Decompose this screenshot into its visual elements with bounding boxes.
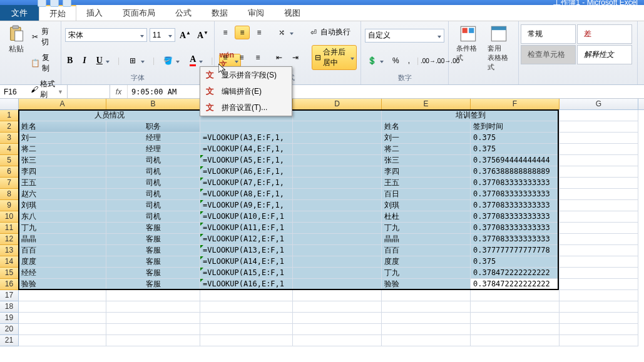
align-center-button[interactable]: ≡ <box>235 51 248 64</box>
cell[interactable] <box>19 335 106 346</box>
cell[interactable]: 职务 <box>106 121 200 133</box>
cell[interactable]: 签到时间 <box>471 121 560 133</box>
cell[interactable]: 张三 <box>382 155 471 166</box>
cell[interactable] <box>293 178 382 189</box>
cell[interactable]: 验验 <box>382 279 471 290</box>
cell[interactable]: =VLOOKUP(A15,E:F,1 <box>200 268 293 279</box>
redo-icon[interactable] <box>63 0 71 7</box>
cell[interactable]: 经经 <box>19 268 106 279</box>
cell[interactable] <box>19 290 106 301</box>
cell[interactable] <box>560 155 638 166</box>
row-header[interactable]: 5 <box>0 155 19 166</box>
cell[interactable]: 杜杜 <box>382 211 471 223</box>
increase-indent-button[interactable]: ⇥ <box>289 51 302 64</box>
cell[interactable] <box>560 279 638 290</box>
cell[interactable]: 王五 <box>19 178 106 189</box>
cell[interactable]: 李四 <box>19 166 106 178</box>
wrap-text-button[interactable]: ⏎自动换行 <box>307 26 352 39</box>
cell[interactable] <box>471 324 560 335</box>
cell[interactable]: 晶晶 <box>382 234 471 245</box>
row-header[interactable]: 9 <box>0 200 19 211</box>
cell[interactable]: 0.375694444444444 <box>471 155 560 166</box>
cell[interactable]: 刘一 <box>19 133 106 144</box>
cell[interactable]: 丁九 <box>382 223 471 234</box>
cell[interactable]: =VLOOKUP(A4,E:F,1, <box>200 144 293 155</box>
style-check[interactable]: 检查单元格 <box>521 45 576 64</box>
cell[interactable] <box>19 324 106 335</box>
cell[interactable] <box>382 301 471 313</box>
cell[interactable]: 王五 <box>382 178 471 189</box>
cell[interactable]: 0.375 <box>471 144 560 155</box>
conditional-formatting-button[interactable]: 条件格式 <box>452 23 484 84</box>
row-header[interactable]: 11 <box>0 223 19 234</box>
cell[interactable]: =VLOOKUP(A13,E:F,1 <box>200 245 293 256</box>
row-header[interactable]: 6 <box>0 166 19 178</box>
tab-data[interactable]: 数据 <box>202 5 238 21</box>
cell[interactable] <box>293 313 382 324</box>
col-header-B[interactable]: B <box>106 99 200 109</box>
cell[interactable]: 晶晶 <box>19 234 106 245</box>
cell[interactable]: 姓名 <box>19 121 106 133</box>
cell[interactable]: 人员情况 <box>19 110 200 121</box>
row-header[interactable]: 3 <box>0 133 19 144</box>
cell[interactable]: =VLOOKUP(A7,E:F,1, <box>200 178 293 189</box>
undo-icon[interactable] <box>50 0 59 7</box>
cell[interactable]: 0.377083333333333 <box>471 211 560 223</box>
cell[interactable] <box>560 245 638 256</box>
align-middle-button[interactable]: ≡ <box>235 26 250 39</box>
cell[interactable]: 司机 <box>106 178 200 189</box>
cell[interactable]: =VLOOKUP(A5,E:F,1, <box>200 155 293 166</box>
row-header[interactable]: 18 <box>0 301 19 313</box>
font-size-select[interactable]: 11 <box>150 28 175 42</box>
tab-review[interactable]: 审阅 <box>238 5 274 21</box>
cell[interactable]: 客服 <box>106 245 200 256</box>
phonetic-show-field[interactable]: 文 显示拼音字段(S) <box>200 67 292 83</box>
underline-button[interactable]: U <box>95 54 111 67</box>
cell[interactable] <box>106 324 200 335</box>
cell[interactable] <box>293 133 382 144</box>
cell[interactable] <box>293 110 382 121</box>
cell[interactable] <box>293 121 382 133</box>
orientation-button[interactable]: ⤭ <box>275 26 295 39</box>
cell[interactable] <box>560 211 638 223</box>
cell[interactable] <box>293 256 382 268</box>
row-header[interactable]: 4 <box>0 144 19 155</box>
cell[interactable]: 0.377083333333333 <box>471 200 560 211</box>
cell[interactable] <box>293 200 382 211</box>
cell[interactable] <box>560 121 638 133</box>
cell[interactable]: 司机 <box>106 189 200 200</box>
cell[interactable]: 度度 <box>19 256 106 268</box>
cell[interactable] <box>560 178 638 189</box>
cell[interactable] <box>293 301 382 313</box>
cell[interactable] <box>293 223 382 234</box>
row-header[interactable]: 13 <box>0 245 19 256</box>
font-name-select[interactable]: 宋体 <box>65 28 147 42</box>
cell[interactable] <box>106 313 200 324</box>
merge-center-button[interactable]: ⊟合并后居中 <box>312 45 357 70</box>
cell[interactable]: 验验 <box>19 279 106 290</box>
cell[interactable] <box>560 189 638 200</box>
cell[interactable]: =VLOOKUP(A8,E:F,1, <box>200 189 293 200</box>
row-header[interactable]: 10 <box>0 211 19 223</box>
row-header[interactable]: 14 <box>0 256 19 268</box>
decrease-indent-button[interactable]: ⇤ <box>272 51 286 64</box>
cell[interactable]: 客服 <box>106 268 200 279</box>
cell[interactable]: 赵六 <box>19 189 106 200</box>
copy-button[interactable]: 📋复制 <box>29 51 57 75</box>
number-format-select[interactable]: 自定义 <box>365 29 444 43</box>
cell[interactable] <box>200 335 293 346</box>
row-header[interactable]: 15 <box>0 268 19 279</box>
cell[interactable] <box>382 335 471 346</box>
cell[interactable] <box>560 256 638 268</box>
cell[interactable]: 将二 <box>382 144 471 155</box>
cell[interactable]: 0.376388888888889 <box>471 166 560 178</box>
cell[interactable]: 刘琪 <box>19 200 106 211</box>
cell[interactable] <box>293 144 382 155</box>
cell[interactable]: =VLOOKUP(A14,E:F,1 <box>200 256 293 268</box>
quick-access-toolbar[interactable] <box>38 0 71 7</box>
cell[interactable]: =VLOOKUP(A16,E:F,1 <box>200 279 293 290</box>
cell[interactable] <box>200 313 293 324</box>
cell[interactable] <box>293 279 382 290</box>
spreadsheet-grid[interactable]: A B C D E F G 1 人员情况 培训签到 2 姓名 职务 姓名 签到时… <box>0 99 644 361</box>
cell[interactable] <box>106 335 200 346</box>
